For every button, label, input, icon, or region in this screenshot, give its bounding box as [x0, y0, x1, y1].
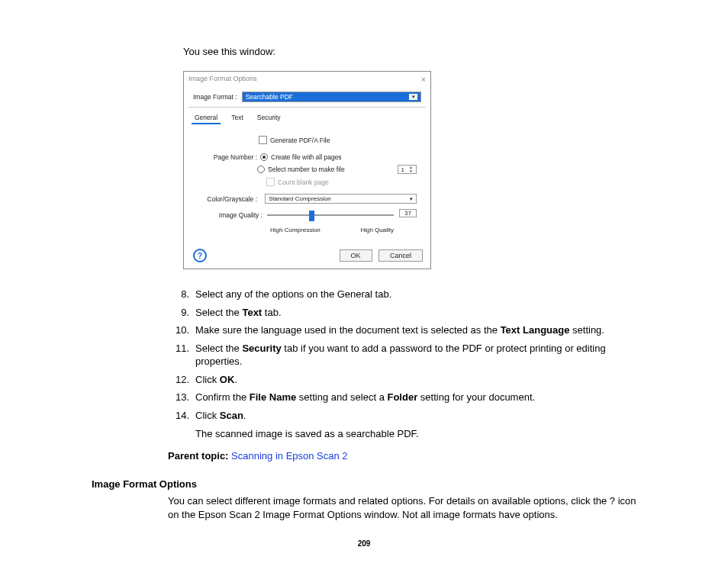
page-number: 209	[92, 539, 636, 548]
step-number: 8.	[168, 288, 195, 301]
step-text: Select any of the options on the General…	[195, 288, 636, 301]
spinner-down-icon[interactable]: ▼	[409, 169, 413, 173]
chevron-down-icon: ▾	[410, 196, 413, 202]
image-format-label: Image Format :	[193, 93, 237, 101]
parent-topic: Parent topic: Scanning in Epson Scan 2	[168, 450, 636, 462]
step-text: Make sure the language used in the docum…	[195, 323, 636, 337]
radio-select-number-label: Select number to make file	[268, 166, 345, 173]
image-quality-slider[interactable]: 37	[267, 210, 417, 220]
image-format-select[interactable]: Searchable PDF ▾	[242, 92, 421, 102]
color-grayscale-value: Standard Compression	[269, 195, 331, 202]
help-icon[interactable]: ?	[193, 249, 207, 262]
step-text: Click Scan.	[195, 409, 636, 423]
slider-thumb[interactable]	[309, 211, 314, 221]
section-heading: Image Format Options	[92, 478, 636, 490]
image-format-value: Searchable PDF	[246, 93, 293, 101]
high-quality-label: High Quality	[360, 227, 394, 233]
radio-all-pages-label: Create file with all pages	[271, 153, 342, 161]
step-number: 10.	[168, 323, 195, 337]
tab-bar: General Text Security	[184, 108, 430, 124]
post-step-note: The scanned image is saved as a searchab…	[195, 428, 636, 439]
step-number: 14.	[168, 409, 195, 423]
radio-all-pages[interactable]	[260, 153, 268, 161]
spinner-value: 1	[401, 166, 404, 173]
tab-text[interactable]: Text	[228, 112, 246, 124]
radio-select-number[interactable]	[257, 166, 265, 173]
ok-button[interactable]: OK	[340, 249, 372, 262]
step-text: Select the Text tab.	[195, 306, 636, 320]
page-number-spinner[interactable]: 1 ▲▼	[398, 165, 417, 174]
intro-text: You see this window:	[183, 46, 636, 57]
dialog-title: Image Format Options	[188, 75, 257, 84]
step-text: Confirm the File Name setting and select…	[195, 391, 636, 404]
step-number: 12.	[168, 373, 195, 387]
image-format-options-dialog: Image Format Options × Image Format : Se…	[183, 71, 431, 269]
image-quality-value: 37	[399, 209, 417, 217]
generate-pdfa-checkbox[interactable]	[259, 136, 267, 144]
high-compression-label: High Compression	[270, 227, 321, 233]
count-blank-checkbox	[266, 178, 275, 186]
tab-general[interactable]: General	[192, 112, 221, 124]
step-text: Click OK.	[195, 373, 636, 387]
instruction-list: 8.Select any of the options on the Gener…	[168, 288, 636, 422]
color-grayscale-label: Color/Grayscale :	[198, 195, 260, 203]
chevron-down-icon: ▾	[409, 94, 417, 100]
tab-security[interactable]: Security	[254, 112, 284, 124]
generate-pdfa-label: Generate PDF/A File	[270, 137, 330, 144]
step-number: 13.	[168, 391, 195, 404]
section-body: You can select different image formats a…	[168, 494, 636, 521]
image-quality-label: Image Quality :	[198, 211, 267, 219]
cancel-button[interactable]: Cancel	[378, 249, 423, 262]
step-text: Select the Security tab if you want to a…	[195, 342, 636, 368]
step-number: 9.	[168, 306, 195, 320]
color-grayscale-select[interactable]: Standard Compression ▾	[265, 194, 417, 204]
close-icon[interactable]: ×	[421, 75, 426, 84]
step-number: 11.	[168, 342, 195, 368]
count-blank-label: Count blank page	[278, 179, 329, 186]
page-number-label: Page Number :	[198, 153, 260, 161]
parent-topic-link[interactable]: Scanning in Epson Scan 2	[231, 450, 348, 462]
